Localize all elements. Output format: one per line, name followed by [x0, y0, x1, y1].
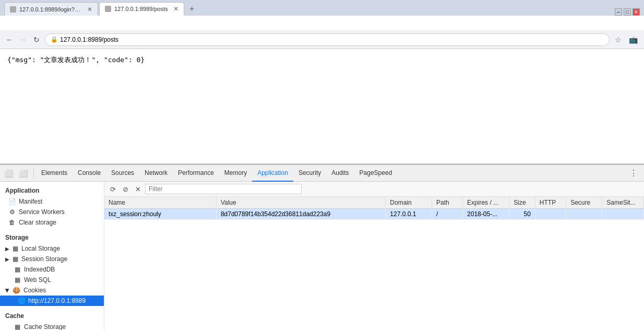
- clear-storage-icon: 🗑: [8, 219, 16, 226]
- lock-icon: 🔒: [51, 36, 58, 43]
- tab-favicon-2: [105, 6, 111, 12]
- url-text: 127.0.0.1:8989/posts: [60, 36, 118, 43]
- tab-audits[interactable]: Audits: [326, 165, 354, 182]
- devtools-more-button[interactable]: ⋮: [625, 168, 642, 178]
- col-samesite: SameSit...: [602, 197, 644, 209]
- sidebar-group-local-storage[interactable]: ▶ ▦ Local Storage: [0, 243, 104, 254]
- page-text: {"msg": "文章发表成功！", "code": 0}: [7, 56, 145, 64]
- cell-samesite: [602, 209, 644, 220]
- devtools-body: Application 📄 Manifest ⚙ Service Workers…: [0, 182, 644, 330]
- cache-section-title: Cache: [0, 310, 104, 322]
- tab-memory[interactable]: Memory: [219, 165, 252, 182]
- cell-path: /: [432, 209, 463, 220]
- devtools-tabs: ⬜ ⬜ Elements Console Sources Network Per…: [0, 165, 644, 182]
- sidebar-label-local-storage: Local Storage: [21, 245, 60, 252]
- cell-http: [535, 209, 566, 220]
- sidebar-label-cookies-host: http://127.0.0.1:8989: [28, 297, 86, 304]
- expand-triangle-session-storage: ▶: [5, 256, 9, 262]
- sidebar-group-cookies[interactable]: ▶ 🍪 Cookies: [0, 285, 104, 296]
- sidebar-label-cookies: Cookies: [23, 287, 46, 294]
- sidebar-label-web-sql: Web SQL: [24, 276, 51, 284]
- refresh-button[interactable]: ↻: [31, 34, 42, 45]
- sidebar-group-session-storage[interactable]: ▶ ▦ Session Storage: [0, 254, 104, 264]
- tab-close-2[interactable]: ✕: [173, 5, 178, 13]
- cache-storage-icon: ▦: [14, 323, 21, 330]
- sidebar-item-cookies-host[interactable]: 🌐 http://127.0.0.1:8989: [0, 296, 104, 306]
- sidebar-item-cache-storage[interactable]: ▦ Cache Storage: [0, 322, 104, 330]
- col-path: Path: [432, 197, 463, 209]
- browser-tab-1[interactable]: 127.0.0.1:8989/login?u... ✕: [4, 2, 98, 16]
- tab-label-1: 127.0.0.1:8989/login?u...: [19, 6, 82, 13]
- filter-input[interactable]: [145, 184, 302, 194]
- page-content: {"msg": "文章发表成功！", "code": 0}: [0, 49, 644, 164]
- sidebar-item-service-workers[interactable]: ⚙ Service Workers: [0, 207, 104, 217]
- col-value: Value: [216, 197, 385, 209]
- sidebar-label-clear-storage: Clear storage: [19, 219, 56, 226]
- devtools-separator: [33, 168, 34, 179]
- sidebar-label-indexeddb: IndexedDB: [24, 266, 55, 273]
- clear-cookies-button[interactable]: ⊘: [120, 184, 130, 194]
- cell-value: 8d7d0789f14b354d22d36811dad223a9: [216, 209, 385, 220]
- devtools-icon-device[interactable]: ⬜: [17, 167, 29, 180]
- star-icon[interactable]: ☆: [613, 36, 624, 44]
- sidebar-item-web-sql[interactable]: ▦ Web SQL: [0, 275, 104, 285]
- refresh-cookies-button[interactable]: ⟳: [108, 184, 118, 194]
- cell-secure: [566, 209, 602, 220]
- minimize-button[interactable]: ─: [615, 8, 622, 16]
- new-tab-button[interactable]: +: [185, 2, 199, 16]
- web-sql-icon: ▦: [14, 276, 21, 284]
- delete-cookie-button[interactable]: ✕: [133, 184, 143, 194]
- sidebar-item-indexeddb[interactable]: ▦ IndexedDB: [0, 264, 104, 275]
- sidebar-item-manifest[interactable]: 📄 Manifest: [0, 196, 104, 207]
- address-bar: ← → ↻ 🔒 127.0.0.1:8989/posts ☆ 📺: [0, 30, 644, 49]
- col-size: Size: [509, 197, 535, 209]
- tab-elements[interactable]: Elements: [36, 165, 73, 182]
- tab-sources[interactable]: Sources: [106, 165, 139, 182]
- cell-domain: 127.0.0.1: [386, 209, 432, 220]
- maximize-button[interactable]: □: [624, 8, 631, 16]
- browser-titlebar: 127.0.0.1:8989/login?u... ✕ 127.0.0.1:89…: [0, 0, 644, 15]
- sidebar-label-manifest: Manifest: [19, 198, 42, 205]
- tab-pagespeed[interactable]: PageSpeed: [354, 165, 398, 182]
- close-button[interactable]: ✕: [633, 8, 640, 16]
- back-button[interactable]: ←: [4, 34, 15, 45]
- expand-triangle-local-storage: ▶: [5, 246, 9, 252]
- tab-performance[interactable]: Performance: [173, 165, 219, 182]
- tab-console[interactable]: Console: [73, 165, 106, 182]
- devtools-toolbar: ⟳ ⊘ ✕: [104, 182, 644, 197]
- tab-application[interactable]: Application: [252, 165, 293, 182]
- tab-bar: 127.0.0.1:8989/login?u... ✕ 127.0.0.1:89…: [0, 0, 644, 16]
- sidebar-item-clear-storage[interactable]: 🗑 Clear storage: [0, 217, 104, 228]
- service-workers-icon: ⚙: [8, 208, 16, 216]
- tab-close-1[interactable]: ✕: [87, 6, 92, 13]
- application-section-title: Application: [0, 185, 104, 196]
- sidebar-label-service-workers: Service Workers: [19, 208, 65, 216]
- col-expires: Expires / ...: [463, 197, 509, 209]
- col-http: HTTP: [535, 197, 566, 209]
- col-name: Name: [104, 197, 216, 209]
- table-row[interactable]: txz_session:zhouly 8d7d0789f14b354d22d36…: [104, 209, 644, 220]
- cast-icon[interactable]: 📺: [627, 36, 640, 44]
- cookies-host-icon: 🌐: [18, 297, 25, 304]
- window-controls: ─ □ ✕: [615, 8, 640, 16]
- storage-section-title: Storage: [0, 232, 104, 243]
- cookies-icon: 🍪: [13, 287, 20, 294]
- expand-triangle-cookies: ▶: [5, 288, 10, 292]
- tab-security[interactable]: Security: [293, 165, 326, 182]
- sidebar-divider-1: [0, 228, 104, 232]
- sidebar-label-cache-storage: Cache Storage: [24, 323, 66, 330]
- devtools-icon-inspect[interactable]: ⬜: [2, 167, 15, 180]
- tab-network[interactable]: Network: [139, 165, 173, 182]
- cookies-table: Name Value Domain Path Expires / ... Siz…: [104, 197, 644, 330]
- devtools-main-panel: ⟳ ⊘ ✕ Name Value Domain Path Expires / .…: [104, 182, 644, 330]
- cell-expires: 2018-05-...: [463, 209, 509, 220]
- sidebar-divider-2: [0, 306, 104, 310]
- forward-button[interactable]: →: [18, 34, 28, 45]
- tab-label-2: 127.0.0.1:8989/posts: [114, 6, 168, 12]
- url-bar[interactable]: 🔒 127.0.0.1:8989/posts: [45, 33, 610, 46]
- devtools-sidebar: Application 📄 Manifest ⚙ Service Workers…: [0, 182, 104, 330]
- browser-tab-2[interactable]: 127.0.0.1:8989/posts ✕: [99, 2, 184, 16]
- col-domain: Domain: [386, 197, 432, 209]
- session-storage-icon: ▦: [13, 255, 18, 263]
- cell-size: 50: [509, 209, 535, 220]
